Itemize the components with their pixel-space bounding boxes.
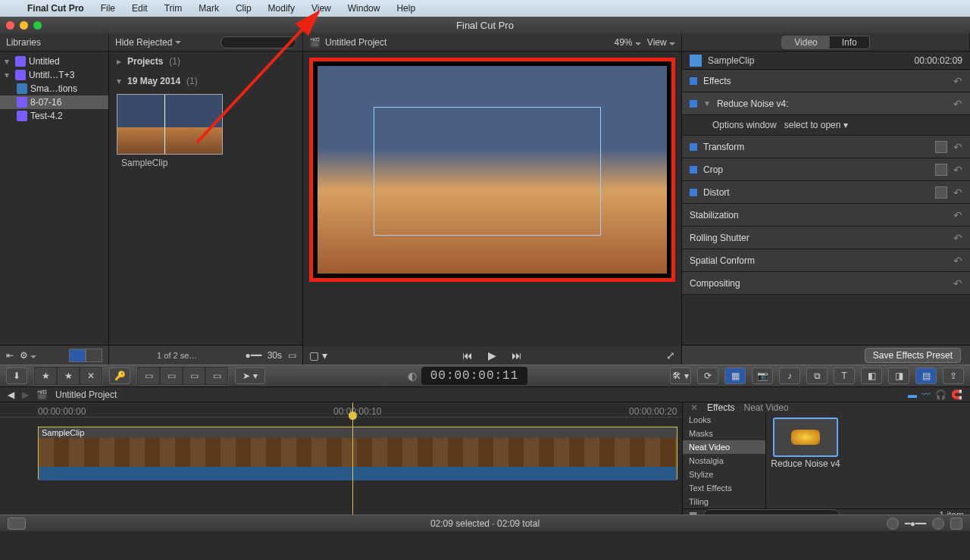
menu-view[interactable]: View bbox=[311, 3, 331, 14]
audio-waveform-icon[interactable]: ▭ bbox=[288, 350, 296, 361]
titles-browser-button[interactable]: T bbox=[834, 368, 855, 384]
menu-file[interactable]: File bbox=[101, 3, 115, 14]
keyword-editor-button[interactable]: 🔑 bbox=[109, 368, 130, 384]
menu-window[interactable]: Window bbox=[348, 3, 380, 14]
inspector-section-spatial-conform[interactable]: Spatial Conform↶ bbox=[682, 249, 970, 272]
projects-header[interactable]: ▸Projects (1) bbox=[109, 52, 302, 71]
enable-checkbox[interactable] bbox=[690, 100, 697, 108]
library-item-selected[interactable]: 8-07-16 bbox=[0, 95, 108, 109]
view-dropdown[interactable]: View bbox=[647, 37, 675, 48]
library-item[interactable]: Sma…tions bbox=[0, 82, 108, 95]
skimming-toggle[interactable]: ▬ bbox=[908, 389, 917, 400]
effects-browser-button[interactable]: ▦ bbox=[724, 368, 746, 384]
transform-icon[interactable] bbox=[935, 141, 947, 153]
inspector-section-stabilization[interactable]: Stabilization↶ bbox=[682, 204, 970, 227]
reject-button[interactable]: ✕ bbox=[80, 368, 102, 384]
timeline-history-back[interactable]: ◀ bbox=[8, 389, 14, 400]
timeline-ruler[interactable]: 00:00:00:00 00:00:00:10 00:00:00:20 bbox=[0, 405, 682, 418]
reset-icon[interactable]: ↶ bbox=[953, 277, 962, 289]
distort-icon[interactable] bbox=[935, 186, 947, 199]
filmstrip-view-button[interactable] bbox=[69, 349, 86, 362]
zoom-out-button[interactable] bbox=[887, 518, 899, 530]
zoom-slider[interactable]: ━●━━ bbox=[905, 518, 926, 529]
reset-icon[interactable]: ↶ bbox=[953, 141, 962, 153]
library-item[interactable]: ▾Untitl…T+3 bbox=[0, 68, 108, 82]
menu-mark[interactable]: Mark bbox=[199, 3, 219, 14]
enable-checkbox[interactable] bbox=[690, 77, 697, 85]
play-button[interactable]: ▶ bbox=[488, 349, 496, 361]
library-item[interactable]: ▾Untitled bbox=[0, 55, 108, 68]
clip-appearance-button[interactable] bbox=[950, 518, 962, 530]
fx-cat[interactable]: Tiling bbox=[683, 495, 765, 508]
close-button[interactable] bbox=[6, 21, 14, 30]
timeline-tracks[interactable]: 00:00:00:00 00:00:00:10 00:00:00:20 Samp… bbox=[0, 402, 682, 515]
inspector-tab-info[interactable]: Info bbox=[830, 36, 869, 48]
transform-tool-dropdown[interactable]: ▢ ▾ bbox=[309, 349, 327, 361]
menu-modify[interactable]: Modify bbox=[268, 3, 295, 14]
enable-checkbox[interactable] bbox=[690, 189, 697, 196]
fx-cat[interactable]: Masks bbox=[683, 427, 765, 440]
save-effects-preset-button[interactable]: Save Effects Preset bbox=[865, 348, 961, 363]
insert-button[interactable]: ▭ bbox=[161, 368, 182, 384]
append-button[interactable]: ▭ bbox=[183, 368, 205, 384]
inspector-section-compositing[interactable]: Compositing↶ bbox=[682, 272, 970, 295]
menu-help[interactable]: Help bbox=[396, 3, 415, 14]
zoom-button[interactable] bbox=[33, 21, 42, 30]
menu-edit[interactable]: Edit bbox=[132, 3, 148, 14]
reset-icon[interactable]: ↶ bbox=[953, 232, 962, 244]
retime-dropdown[interactable]: 🛠 ▾ bbox=[670, 368, 691, 384]
overwrite-button[interactable]: ▭ bbox=[206, 368, 227, 384]
favorite-button[interactable]: ★ bbox=[58, 368, 79, 384]
audio-skim-toggle[interactable]: 〰 bbox=[922, 389, 931, 400]
fx-item[interactable]: Reduce Noise v4 bbox=[771, 418, 840, 469]
arrow-tool-dropdown[interactable]: ➤ ▾ bbox=[235, 368, 265, 384]
clip-thumbnail[interactable] bbox=[117, 94, 223, 155]
inspector-section-transform[interactable]: Transform↶ bbox=[682, 136, 970, 158]
reset-icon[interactable]: ↶ bbox=[953, 75, 962, 87]
inspector-section-distort[interactable]: Distort↶ bbox=[682, 181, 970, 204]
library-item[interactable]: Test-4.2 bbox=[0, 109, 108, 123]
next-edit-button[interactable]: ⏭ bbox=[512, 349, 522, 361]
enable-checkbox[interactable] bbox=[690, 143, 697, 151]
generators-browser-button[interactable]: ◧ bbox=[861, 368, 882, 384]
fx-cat[interactable]: Nostalgia bbox=[683, 454, 765, 468]
import-button[interactable]: ⬇ bbox=[6, 368, 27, 384]
enhance-dropdown[interactable]: ⟳ bbox=[697, 368, 718, 384]
inspector-section-rolling-shutter[interactable]: Rolling Shutter↶ bbox=[682, 227, 970, 249]
fullscreen-button[interactable]: ⤢ bbox=[666, 349, 675, 361]
transitions-browser-button[interactable]: ⧉ bbox=[806, 368, 828, 384]
timeline-index-button[interactable] bbox=[8, 518, 26, 530]
crop-icon[interactable] bbox=[935, 164, 947, 176]
viewer-canvas[interactable] bbox=[309, 58, 675, 282]
import-icon[interactable]: ⇤ bbox=[6, 350, 14, 361]
share-button[interactable]: ⇪ bbox=[943, 368, 964, 384]
themes-browser-button[interactable]: ◨ bbox=[888, 368, 909, 384]
filter-dropdown[interactable]: Hide Rejected bbox=[115, 37, 181, 48]
browser-search-input[interactable] bbox=[221, 36, 296, 48]
prev-edit-button[interactable]: ⏮ bbox=[462, 349, 473, 361]
fx-close-icon[interactable]: ✕ bbox=[690, 402, 698, 413]
inspector-toggle-button[interactable]: ▤ bbox=[915, 368, 937, 384]
crop-rect[interactable] bbox=[374, 107, 601, 236]
reset-icon[interactable]: ↶ bbox=[953, 209, 962, 221]
event-header[interactable]: ▾19 May 2014 (1) bbox=[109, 71, 302, 91]
fx-cat[interactable]: Stylize bbox=[683, 468, 765, 481]
zoom-in-button[interactable] bbox=[932, 518, 944, 530]
enable-checkbox[interactable] bbox=[690, 166, 697, 174]
menu-trim[interactable]: Trim bbox=[164, 3, 183, 14]
reset-icon[interactable]: ↶ bbox=[953, 98, 962, 110]
timecode-display[interactable]: 00:00:00:11 bbox=[421, 367, 528, 385]
fx-cat[interactable]: Text Effects bbox=[683, 481, 765, 495]
zoom-dropdown[interactable]: 49% bbox=[614, 37, 640, 48]
inspector-effect-item[interactable]: ▼Reduce Noise v4:↶ bbox=[682, 92, 970, 115]
menu-clip[interactable]: Clip bbox=[236, 3, 252, 14]
playhead[interactable] bbox=[352, 402, 353, 515]
inspector-section-effects[interactable]: Effects↶ bbox=[682, 70, 970, 92]
timeline-history-fwd[interactable]: ▶ bbox=[22, 389, 29, 400]
inspector-section-crop[interactable]: Crop↶ bbox=[682, 158, 970, 181]
inspector-tab-video[interactable]: Video bbox=[782, 36, 829, 48]
timeline-clip[interactable]: SampleClip bbox=[38, 427, 677, 480]
gear-dropdown[interactable]: ⚙ bbox=[20, 350, 36, 361]
reset-icon[interactable]: ↶ bbox=[953, 255, 962, 267]
options-window-dropdown[interactable]: select to open ▾ bbox=[784, 120, 848, 130]
